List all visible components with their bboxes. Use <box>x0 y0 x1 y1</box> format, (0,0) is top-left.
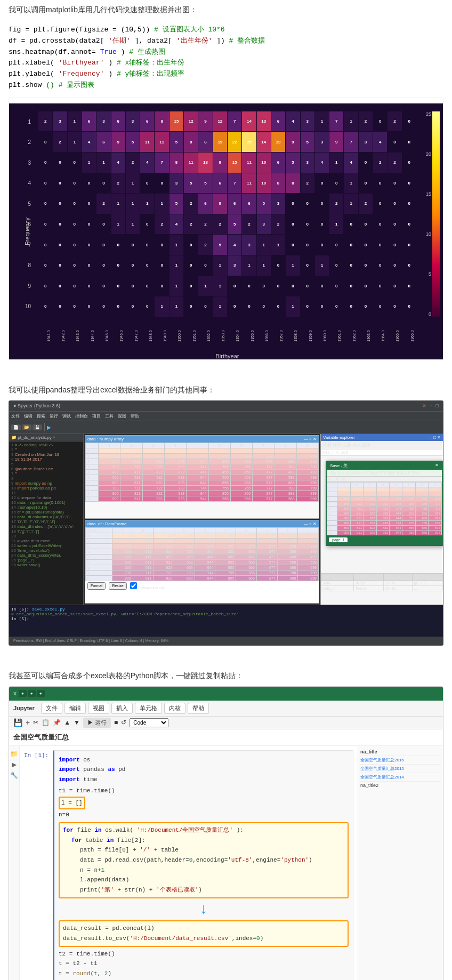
heatmap-cell-3-12: 6 <box>213 173 227 194</box>
ve-toolbar-item[interactable]: 刷新 排序 过滤 导入 选项 <box>323 442 370 448</box>
menu-run[interactable]: 运行 <box>50 413 58 419</box>
toolbar-new[interactable]: 📄 <box>11 424 21 430</box>
minimize-icon[interactable]: − <box>430 403 432 408</box>
maximize-icon[interactable]: □ <box>436 403 439 408</box>
heatmap-cell-8-8: 0 <box>155 276 168 296</box>
heatmap-cell-4-18: 0 <box>301 194 314 214</box>
copy-icon[interactable]: 📋 <box>42 719 50 726</box>
heatmap-cell-8-12: 1 <box>213 276 227 296</box>
menu-edit[interactable]: 编辑 <box>24 413 33 419</box>
fcode-24: 24 data_df.to_excel(writer, <box>11 553 81 558</box>
numpy-cell-6-9: 699 <box>296 480 318 485</box>
jup-help-btn[interactable]: 帮助 <box>188 703 209 714</box>
numpy-table-row: 1100111122133144155166177188199 <box>86 453 319 459</box>
heatmap-cell-1-21: 7 <box>344 132 358 152</box>
restart-icon[interactable]: ↺ <box>121 719 126 726</box>
df-cell-3-1: 311 <box>133 549 154 554</box>
sidebar-tools-icon[interactable]: 🔧 <box>10 772 18 779</box>
toolbar-open[interactable]: 📂 <box>22 424 31 430</box>
excel-cell-3-6: 255 <box>402 496 415 501</box>
link-2015[interactable]: 全国空气质量汇总2015 <box>360 766 404 771</box>
resize-btn[interactable]: Resize <box>109 582 126 590</box>
heatmap-cell-7-21: 0 <box>344 255 358 276</box>
code-comment-3: # 生成热图 <box>129 48 165 56</box>
df-cell-1-2: 122 <box>154 538 174 543</box>
numpy-cell-9-7: 977 <box>253 496 275 501</box>
add-cell-icon[interactable]: + <box>26 718 30 727</box>
run-cell-btn[interactable]: ▶ 运行 <box>83 718 111 728</box>
menu-view[interactable]: 视图 <box>118 413 126 419</box>
excel-row-3-header: 3 <box>327 496 337 501</box>
toolbar-run[interactable]: ▶ <box>47 424 51 430</box>
paste-icon[interactable]: 📌 <box>53 719 61 726</box>
menu-debug[interactable]: 调试 <box>62 413 71 419</box>
excel-tab-file[interactable]: 开始 插入 页面布局 公式 数据 审阅 视图 开发工具 帮助 <box>329 470 419 476</box>
sidebar-files-icon[interactable]: 📁 <box>10 750 18 758</box>
excel-tab-btn-1[interactable]: ● <box>19 690 27 697</box>
numpy-cell-6-6: 666 <box>230 480 252 485</box>
jup-cell-btn[interactable]: 单元格 <box>135 703 162 714</box>
n-init-line: n=0 <box>59 810 349 820</box>
notebook-title: 全国空气质量汇总 <box>9 729 443 746</box>
df-cell-1-6: 166 <box>236 538 257 543</box>
numpy-row-8-header: 8 <box>86 491 99 496</box>
excel-cell-5-6: 455 <box>402 506 415 511</box>
numpy-row-7-header: 7 <box>86 485 99 491</box>
heatmap-cell-3-25: 0 <box>402 173 416 194</box>
code-comment-1: # 设置图表大小 10*6 <box>154 26 225 34</box>
numpy-cell-3-4: 344 <box>187 464 208 469</box>
num-0: 0 <box>189 857 193 863</box>
menu-search[interactable]: 搜索 <box>37 413 45 419</box>
link-2014[interactable]: 全国空气质量汇总2014 <box>360 775 404 780</box>
dataframe-view: data_df : DataFrame — × ✕ Index A B C <box>85 520 319 604</box>
ve-cell-type: Array <box>354 580 383 585</box>
excel-close[interactable]: ✕ <box>435 463 439 469</box>
jupyter-icon-bar: 💾 + ✂ 📋 📌 ▲ ▼ ▶ 运行 ■ ↺ Code Markdown <box>9 717 443 729</box>
heatmap-cell-0-23: 0 <box>373 111 387 132</box>
jup-insert-btn[interactable]: 插入 <box>111 703 133 714</box>
df-cell-6-0: 600 <box>112 565 133 570</box>
heatmap-cell-9-0: 0 <box>38 296 52 317</box>
excel-tab-btn-2[interactable]: ● <box>28 690 36 697</box>
jup-view-btn[interactable]: 视图 <box>88 703 109 714</box>
code-line-5: plt.ylabel( 'Frequency' ) # y轴标签：出现频率 <box>9 69 443 80</box>
stop-icon[interactable]: ■ <box>114 719 118 726</box>
jup-edit-btn[interactable]: 编辑 <box>64 703 86 714</box>
move-up-icon[interactable]: ▲ <box>64 719 70 726</box>
sidebar-run-icon[interactable]: ▶ <box>12 761 17 768</box>
numpy-row-0-header: 0 <box>86 448 99 453</box>
background-color-checkbox[interactable] <box>130 582 137 589</box>
heatmap-cell-3-18: 2 <box>301 173 314 194</box>
format-btn[interactable]: Format <box>87 582 106 590</box>
heatmap-cell-2-15: 10 <box>257 152 271 173</box>
toolbar-save[interactable]: 💾 <box>33 424 42 430</box>
excel-cell-8-5: 744 <box>390 520 402 525</box>
heatmap-cell-6-21: 0 <box>344 235 358 255</box>
menu-file[interactable]: 文件 <box>11 413 20 419</box>
close-icon[interactable]: ✕ <box>422 403 426 408</box>
menu-help[interactable]: 帮助 <box>131 413 139 419</box>
excel-cell-8-2: 711 <box>350 520 363 525</box>
ve-th-type: 类型 <box>354 573 383 580</box>
menu-projects[interactable]: 项目 <box>92 413 101 419</box>
heatmap-cell-6-22: 0 <box>359 235 373 255</box>
move-down-icon[interactable]: ▼ <box>74 719 80 726</box>
menu-console[interactable]: 控制台 <box>75 413 88 419</box>
menu-tools[interactable]: 工具 <box>105 413 114 419</box>
numpy-table-row: 3300311322333344355366377388399 <box>86 464 319 469</box>
numpy-cell-4-5: 455 <box>208 469 230 475</box>
fcode-21: 21 # write df to excel <box>11 539 81 543</box>
cut-icon[interactable]: ✂ <box>33 719 38 726</box>
cell-type-select[interactable]: Code Markdown <box>130 718 168 727</box>
excel-tab-btn-3[interactable]: ● <box>37 690 45 697</box>
heatmap-cell-0-5: 6 <box>111 111 125 132</box>
code-cell-content[interactable]: import os import pandas as pd import tim… <box>53 750 353 980</box>
link-2016[interactable]: 全国空气质量汇总2016 <box>360 758 404 762</box>
jup-kernel-btn[interactable]: 内核 <box>164 703 185 714</box>
excel-cell-6-5: 544 <box>390 511 402 516</box>
heatmap-cell-7-19: 1 <box>315 255 329 276</box>
save-icon[interactable]: 💾 <box>13 718 22 727</box>
jup-file-btn[interactable]: 文件 <box>41 703 62 714</box>
excel-sheet-active[interactable]: page_1 <box>329 537 348 542</box>
heatmap-cell-2-6: 2 <box>126 152 140 173</box>
